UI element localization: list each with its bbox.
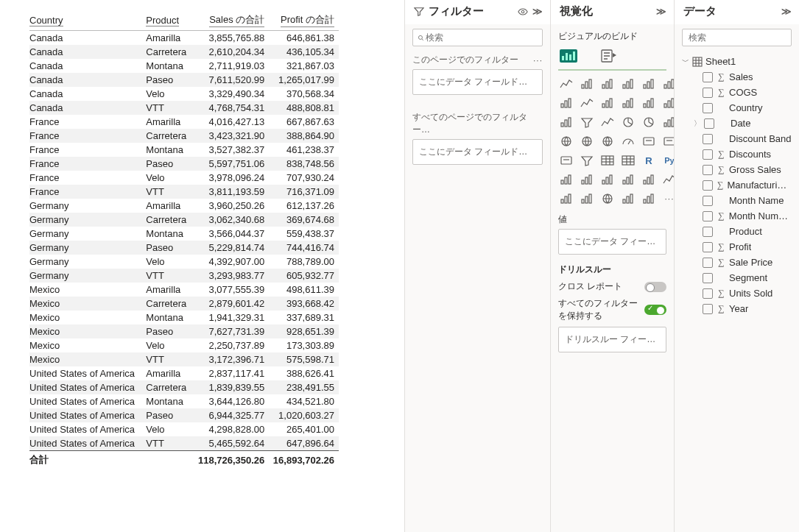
table-row[interactable]: MexicoAmarilla3,077,555.39498,611.39 [29, 283, 339, 297]
viz-type-multi-card[interactable] [661, 134, 674, 149]
field-checkbox[interactable] [703, 242, 713, 252]
table-row[interactable]: GermanyAmarilla3,960,250.26612,137.26 [29, 199, 339, 213]
data-search-input[interactable] [687, 32, 799, 43]
col-header-country[interactable]: Country [29, 10, 146, 31]
field-checkbox[interactable] [703, 227, 713, 237]
data-search[interactable] [682, 29, 792, 46]
field-month-number[interactable]: ∑Month Number [682, 208, 792, 224]
table-row[interactable]: FranceVTT3,811,193.59716,371.09 [29, 185, 339, 199]
table-row[interactable]: FrancePaseo5,597,751.06838,748.56 [29, 157, 339, 171]
field-discount-band[interactable]: Discount Band [682, 131, 792, 146]
viz-type-gauge[interactable] [620, 134, 636, 149]
viz-type-stacked-area[interactable] [599, 96, 616, 110]
field-checkbox[interactable] [703, 196, 713, 206]
field-date[interactable]: 〉Date [682, 116, 792, 131]
filter-search-input[interactable] [424, 32, 538, 43]
viz-type-score[interactable] [661, 172, 674, 187]
viz-type-map[interactable] [558, 134, 574, 149]
viz-type-smart-narrative[interactable] [620, 172, 636, 187]
table-row[interactable]: GermanyVelo4,392,907.00788,789.00 [29, 255, 339, 269]
table-row[interactable]: United States of AmericaAmarilla2,837,11… [29, 366, 339, 380]
viz-type-column-small[interactable] [558, 115, 574, 130]
field-checkbox[interactable] [703, 149, 713, 160]
field-month-name[interactable]: Month Name [682, 193, 792, 208]
viz-type-stacked-column[interactable] [599, 77, 616, 91]
col-header-profit[interactable]: Profit の合計 [269, 10, 339, 31]
table-row[interactable]: GermanyMontana3,566,044.37559,438.37 [29, 227, 339, 241]
viz-type-donut[interactable] [641, 115, 657, 130]
viz-type-clustered-column[interactable] [620, 77, 636, 91]
table-row[interactable]: CanadaCarretera2,610,204.34436,105.34 [29, 45, 339, 59]
field-checkbox[interactable] [703, 273, 713, 283]
table-row[interactable]: CanadaAmarilla3,855,765.88646,861.38 [29, 31, 339, 46]
viz-type-arcgis[interactable] [599, 191, 616, 206]
table-row[interactable]: FranceCarretera3,423,321.90388,864.90 [29, 129, 339, 143]
page-filter-dropwell[interactable]: ここにデータ フィールド… [412, 69, 543, 95]
table-row[interactable]: GermanyPaseo5,229,814.74744,416.74 [29, 241, 339, 255]
field-units-sold[interactable]: ∑Units Sold [682, 285, 792, 301]
table-row[interactable]: MexicoMontana1,941,329.31337,689.31 [29, 311, 339, 324]
collapse-filters-icon[interactable]: ≫ [532, 6, 543, 17]
table-row[interactable]: United States of AmericaVelo4,298,828.00… [29, 422, 339, 436]
viz-type-py-visual[interactable]: Py [661, 153, 674, 168]
field-cogs[interactable]: ∑COGS [682, 85, 792, 100]
col-header-product[interactable]: Product [146, 10, 194, 31]
table-row[interactable]: MexicoVelo2,250,737.89173,303.89 [29, 338, 339, 352]
field-checkbox[interactable] [703, 211, 713, 221]
more-icon[interactable]: ··· [533, 55, 543, 65]
viz-type-line[interactable] [558, 96, 574, 110]
viz-type-power-apps[interactable] [558, 191, 574, 206]
field-checkbox[interactable] [703, 288, 713, 299]
viz-type-power-automate[interactable] [579, 191, 595, 206]
table-row[interactable]: MexicoCarretera2,879,601.42393,668.42 [29, 297, 339, 311]
field-checkbox[interactable] [704, 118, 714, 129]
viz-type-treemap[interactable] [661, 115, 674, 130]
field-sales[interactable]: ∑Sales [682, 69, 792, 85]
viz-type-stacked-bar[interactable] [558, 77, 574, 91]
matrix-visual[interactable]: Country Product Sales の合計 Profit の合計 Can… [29, 10, 339, 468]
viz-type-more[interactable]: ··· [661, 191, 674, 206]
table-row[interactable]: United States of AmericaCarretera1,839,8… [29, 380, 339, 394]
field-year[interactable]: ∑Year [682, 301, 792, 316]
values-dropwell[interactable]: ここにデータ フィールド… [558, 229, 666, 255]
viz-type-clustered-bar[interactable] [579, 77, 595, 91]
table-row[interactable]: MexicoPaseo7,627,731.39928,651.39 [29, 324, 339, 338]
collapse-viz-icon[interactable]: ≫ [656, 6, 666, 17]
field-product[interactable]: Product [682, 224, 792, 239]
viz-type-paginated[interactable] [641, 172, 657, 187]
table-row[interactable]: FranceMontana3,527,382.37461,238.37 [29, 143, 339, 157]
viz-type-sparkline[interactable] [620, 191, 636, 206]
field-checkbox[interactable] [703, 72, 713, 82]
viz-type-card[interactable] [641, 134, 657, 149]
viz-type-ribbon[interactable] [641, 96, 657, 110]
report-canvas[interactable]: Country Product Sales の合計 Profit の合計 Can… [0, 0, 404, 532]
viz-type-slicer[interactable] [579, 153, 595, 168]
field-segment[interactable]: Segment [682, 270, 792, 285]
viz-type-100-bar[interactable] [641, 77, 657, 91]
build-visual-tab[interactable] [558, 47, 579, 65]
drillthrough-dropwell[interactable]: ドリルスルー フィールド… [558, 327, 666, 352]
all-pages-filter-dropwell[interactable]: ここにデータ フィールド… [412, 139, 543, 165]
viz-type-line-column[interactable] [620, 96, 636, 110]
table-row[interactable]: MexicoVTT3,172,396.71575,598.71 [29, 352, 339, 366]
eye-icon[interactable] [518, 7, 528, 17]
table-row[interactable]: United States of AmericaPaseo6,944,325.7… [29, 408, 339, 422]
field-discounts[interactable]: ∑Discounts [682, 146, 792, 162]
viz-type-scatter[interactable] [599, 115, 616, 130]
field-sale-price[interactable]: ∑Sale Price [682, 255, 792, 270]
table-node[interactable]: ﹀Sheet1 [682, 54, 792, 69]
table-row[interactable]: CanadaVTT4,768,754.31488,808.81 [29, 101, 339, 115]
field-checkbox[interactable] [703, 103, 713, 113]
field-checkbox[interactable] [703, 304, 713, 314]
field-country[interactable]: Country [682, 100, 792, 116]
viz-type-matrix[interactable] [620, 153, 636, 168]
viz-type-funnel[interactable] [579, 115, 595, 130]
col-header-sales[interactable]: Sales の合計 [194, 10, 269, 31]
viz-type-pie[interactable] [620, 115, 636, 130]
viz-type-qna[interactable] [599, 172, 616, 187]
filter-search[interactable] [412, 29, 543, 46]
table-row[interactable]: GermanyCarretera3,062,340.68369,674.68 [29, 213, 339, 227]
table-row[interactable]: GermanyVTT3,293,983.77605,932.77 [29, 269, 339, 283]
viz-type-kpi[interactable] [558, 153, 574, 168]
viz-type-r-visual[interactable]: R [641, 153, 657, 168]
